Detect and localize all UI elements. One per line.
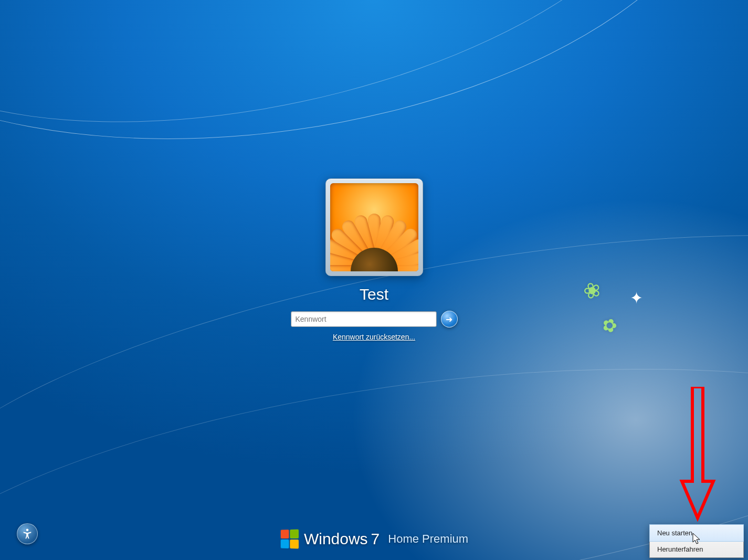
accessibility-icon (22, 528, 33, 540)
svg-point-0 (26, 529, 29, 531)
submit-button[interactable]: ➜ (441, 311, 458, 327)
avatar (330, 183, 418, 271)
menu-item-restart[interactable]: Neu starten (649, 524, 744, 542)
os-branding: Windows 7 Home Premium (280, 530, 468, 548)
flower-icon (330, 214, 418, 271)
windows-logo-icon (280, 529, 298, 548)
username-label: Test (291, 286, 458, 303)
brand-edition: Home Premium (388, 532, 468, 546)
login-screen: ❀ ✿ ✦ (0, 0, 748, 560)
brand-version: 7 (371, 530, 380, 548)
avatar-frame[interactable] (325, 178, 423, 276)
menu-item-shutdown[interactable]: Herunterfahren (650, 541, 743, 557)
brand-product: Windows (304, 530, 368, 548)
arrow-right-icon: ➜ (446, 314, 452, 324)
reset-password-link[interactable]: Kennwort zurücksetzen... (333, 333, 415, 341)
bird-icon: ✦ (630, 289, 643, 307)
user-tile: Test ➜ Kennwort zurücksetzen... (291, 178, 458, 342)
power-menu: Neu starten Herunterfahren (649, 524, 744, 558)
password-row: ➜ (291, 311, 458, 327)
password-input[interactable] (291, 311, 437, 327)
ease-of-access-button[interactable] (17, 523, 38, 544)
